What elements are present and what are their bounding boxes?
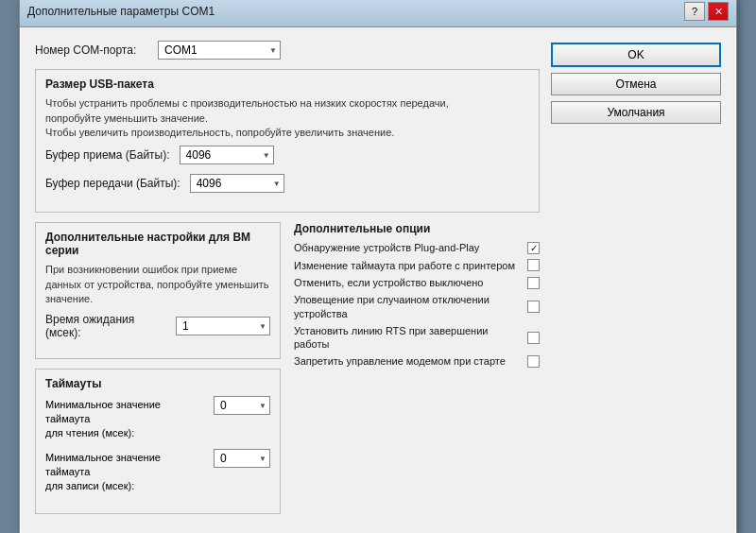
read-timeout-select-wrapper: 0 1 5 10 bbox=[214, 396, 270, 415]
com-port-label: Номер COM-порта: bbox=[35, 43, 148, 57]
option-text-0: Обнаружение устройств Plug-and-Play bbox=[294, 241, 522, 254]
read-timeout-label: Минимальное значение таймаута для чтения… bbox=[45, 396, 204, 441]
bottom-left: Дополнительные настройки для ВМ серии Пр… bbox=[35, 222, 281, 524]
read-timeout-select[interactable]: 0 1 5 10 bbox=[214, 396, 270, 415]
usb-section-title: Размер USB-пакета bbox=[45, 77, 529, 91]
cancel-button[interactable]: Отмена bbox=[551, 73, 721, 95]
write-timeout-select[interactable]: 0 1 5 10 bbox=[214, 449, 270, 468]
read-timeout-row: Минимальное значение таймаута для чтения… bbox=[45, 396, 270, 441]
com-port-row: Номер COM-порта: COM1 COM2 COM3 COM4 bbox=[35, 41, 540, 60]
defaults-button[interactable]: Умолчания bbox=[551, 101, 721, 124]
com-port-select[interactable]: COM1 COM2 COM3 COM4 bbox=[158, 41, 281, 60]
option-row-2: Отменить, если устройство выключено bbox=[294, 276, 540, 289]
com-port-select-wrapper: COM1 COM2 COM3 COM4 bbox=[158, 41, 281, 60]
help-button[interactable]: ? bbox=[684, 2, 705, 21]
transmit-buffer-select-wrapper: 1024 2048 4096 8192 bbox=[190, 174, 284, 193]
additional-options-title: Дополнительные опции bbox=[294, 222, 540, 235]
right-panel: OK Отмена Умолчания bbox=[551, 41, 721, 524]
option-checkbox-4[interactable] bbox=[527, 332, 540, 344]
vm-section: Дополнительные настройки для ВМ серии Пр… bbox=[35, 222, 281, 358]
option-row-5: Запретить управление модемом при старте bbox=[294, 354, 540, 368]
option-row-1: Изменение таймаута при работе с принтеро… bbox=[294, 259, 540, 272]
dialog-content: Номер COM-порта: COM1 COM2 COM3 COM4 Раз… bbox=[20, 27, 736, 533]
option-text-3: Уповещение при случаином отключении устр… bbox=[294, 293, 522, 320]
wait-time-select-wrapper: 1 2 5 10 bbox=[176, 317, 270, 335]
timeouts-title: Таймауты bbox=[45, 377, 270, 390]
usb-section: Размер USB-пакета Чтобы устранить пробле… bbox=[35, 69, 540, 213]
close-button[interactable]: ✕ bbox=[708, 2, 729, 21]
wait-time-select[interactable]: 1 2 5 10 bbox=[176, 317, 270, 335]
write-timeout-row: Минимальное значение таймаута для записи… bbox=[45, 449, 270, 494]
receive-buffer-label: Буфер приема (Байты): bbox=[45, 148, 170, 162]
transmit-buffer-label: Буфер передачи (Байты): bbox=[45, 177, 180, 190]
dialog-title: Дополнительные параметры COM1 bbox=[27, 5, 215, 18]
option-checkbox-2[interactable] bbox=[527, 277, 540, 289]
option-row-0: Обнаружение устройств Plug-and-Play bbox=[294, 241, 540, 254]
option-text-1: Изменение таймаута при работе с принтеро… bbox=[294, 259, 522, 272]
transmit-buffer-row: Буфер передачи (Байты): 1024 2048 4096 8… bbox=[45, 174, 529, 193]
option-row-4: Установить линию RTS при завершении рабо… bbox=[294, 324, 540, 352]
bottom-right: Дополнительные опции Обнаружение устройс… bbox=[294, 222, 540, 524]
receive-buffer-select-wrapper: 1024 2048 4096 8192 bbox=[180, 146, 274, 164]
transmit-buffer-select[interactable]: 1024 2048 4096 8192 bbox=[190, 174, 284, 193]
dialog-window: Дополнительные параметры COM1 ? ✕ Номер … bbox=[19, 0, 737, 533]
write-timeout-select-wrapper: 0 1 5 10 bbox=[214, 449, 270, 468]
timeouts-section: Таймауты Минимальное значение таймаута д… bbox=[35, 369, 281, 514]
wait-time-row: Время ожидания (мсек): 1 2 5 10 bbox=[45, 313, 270, 339]
wait-time-label: Время ожидания (мсек): bbox=[45, 313, 166, 339]
option-checkbox-3[interactable] bbox=[527, 301, 540, 313]
write-timeout-label: Минимальное значение таймаута для записи… bbox=[45, 449, 204, 494]
option-row-3: Уповещение при случаином отключении устр… bbox=[294, 293, 540, 320]
option-checkbox-0[interactable] bbox=[527, 242, 540, 254]
ok-button[interactable]: OK bbox=[551, 43, 721, 67]
usb-desc1: Чтобы устранить проблемы с производитель… bbox=[45, 96, 529, 140]
bottom-section: Дополнительные настройки для ВМ серии Пр… bbox=[35, 222, 540, 524]
option-checkbox-5[interactable] bbox=[527, 355, 540, 368]
receive-buffer-row: Буфер приема (Байты): 1024 2048 4096 819… bbox=[45, 146, 529, 164]
titlebar: Дополнительные параметры COM1 ? ✕ bbox=[20, 0, 736, 27]
option-text-2: Отменить, если устройство выключено bbox=[294, 276, 522, 289]
option-text-5: Запретить управление модемом при старте bbox=[294, 354, 522, 368]
vm-desc: При возникновении ошибок при приеме данн… bbox=[45, 263, 270, 306]
vm-section-title: Дополнительные настройки для ВМ серии bbox=[45, 231, 270, 257]
titlebar-buttons: ? ✕ bbox=[684, 2, 729, 21]
option-text-4: Установить линию RTS при завершении рабо… bbox=[294, 324, 522, 352]
option-checkbox-1[interactable] bbox=[527, 259, 540, 271]
receive-buffer-select[interactable]: 1024 2048 4096 8192 bbox=[180, 146, 274, 164]
left-panel: Номер COM-порта: COM1 COM2 COM3 COM4 Раз… bbox=[35, 41, 540, 524]
